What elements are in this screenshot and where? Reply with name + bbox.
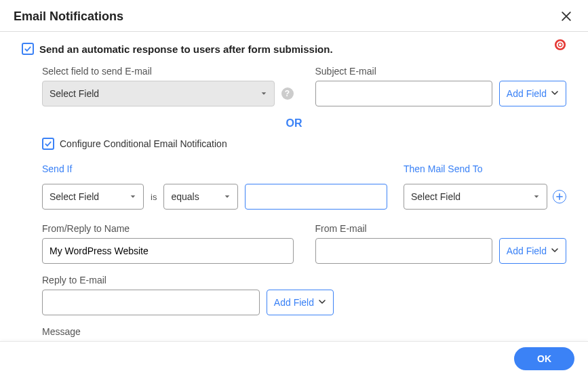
dialog-header: Email Notifications [0,0,588,32]
from-email-add-field-button[interactable]: Add Field [499,238,566,264]
reply-to-email-label: Reply to E-mail [42,275,566,285]
subject-add-field-button[interactable]: Add Field [499,81,566,106]
conditional-label: Configure Conditional Email Notification [60,138,227,149]
conditional-row: Configure Conditional Email Notification [42,138,566,150]
from-email-input[interactable] [315,238,492,264]
reply-to-email-input[interactable] [42,290,260,315]
reply-to-add-field-button[interactable]: Add Field [267,290,334,315]
row-from-name-email: From/Reply to Name From E-mail Add Field [42,223,566,264]
select-field-value: Select Field [50,88,99,99]
condition-row: Send If Select Field is equals [42,163,566,210]
close-icon [560,9,573,23]
close-button[interactable] [558,8,574,24]
from-reply-name-label: From/Reply to Name [42,223,294,234]
from-email-label: From E-mail [315,223,567,234]
add-field-label: Add Field [507,88,547,99]
send-if-operator-dropdown[interactable]: equals [163,184,238,210]
subject-label: Subject E-mail [315,66,567,77]
then-mail-label: Then Mail Send To [404,163,566,174]
message-label: Message [42,326,566,337]
chevron-down-icon [551,245,559,256]
chevron-down-icon [551,88,559,99]
send-if-label: Send If [42,163,387,174]
help-tooltip-icon[interactable]: ? [281,87,294,100]
ok-button[interactable]: OK [514,347,574,370]
from-reply-name-input[interactable] [42,238,294,264]
then-mail-dropdown[interactable]: Select Field [404,184,547,210]
auto-response-checkbox[interactable] [22,43,34,55]
help-icon[interactable] [554,39,566,51]
or-divider: OR [22,117,566,130]
dialog-footer: OK [0,341,588,375]
caret-down-icon [224,191,231,202]
dialog-title: Email Notifications [14,9,123,24]
add-condition-button[interactable] [553,190,566,203]
add-field-label: Add Field [507,245,547,256]
svg-point-1 [558,43,562,46]
caret-down-icon [260,88,267,99]
is-text: is [151,192,157,202]
chevron-down-icon [318,297,326,308]
subject-input[interactable] [315,81,492,106]
send-if-field-dropdown[interactable]: Select Field [42,184,144,210]
conditional-checkbox[interactable] [42,138,54,150]
caret-down-icon [130,191,136,202]
dialog-content: Send an automatic response to users afte… [0,32,588,342]
row-select-subject: Select field to send E-mail Select Field… [42,66,566,106]
send-if-field-value: Select Field [50,191,99,202]
caret-down-icon [533,191,540,202]
select-field-dropdown[interactable]: Select Field [42,81,275,106]
send-if-operator-value: equals [171,191,199,202]
auto-response-row: Send an automatic response to users afte… [22,43,566,55]
send-if-value-input[interactable] [245,184,387,210]
select-field-label: Select field to send E-mail [42,66,294,77]
then-mail-value: Select Field [411,191,460,202]
add-field-label: Add Field [274,297,314,308]
auto-response-label: Send an automatic response to users afte… [39,43,333,55]
